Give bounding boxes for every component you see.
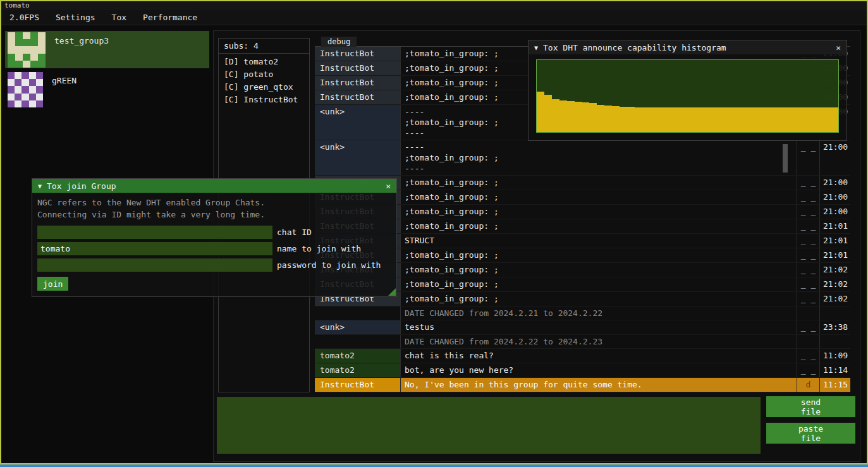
chat-message-row: tomato2bot, are you new here?_ _11:14 bbox=[315, 363, 850, 378]
message-text: ;tomato_in_group: ; bbox=[401, 292, 797, 306]
join-name-input[interactable] bbox=[37, 242, 272, 255]
message-sender: <unk> bbox=[315, 105, 401, 140]
histogram-bin bbox=[725, 107, 733, 132]
close-icon[interactable]: × bbox=[386, 181, 391, 191]
histogram-bin bbox=[755, 107, 763, 132]
message-time: 21:02 bbox=[819, 277, 850, 291]
histogram-bin bbox=[793, 107, 800, 132]
histogram-bin bbox=[800, 107, 808, 132]
chat-message-row: <unk>testus_ _23:38 bbox=[315, 320, 850, 335]
menu-item-tox[interactable]: Tox bbox=[104, 10, 135, 25]
join-password-label: password to join with bbox=[277, 260, 381, 270]
contact-test-group3[interactable]: test_group3 bbox=[5, 31, 209, 68]
dht-histogram-titlebar[interactable]: ▼ Tox DHT announce capability histogram … bbox=[529, 40, 847, 54]
send-file-label-line1: send bbox=[801, 397, 821, 407]
histogram-bin bbox=[687, 107, 695, 132]
collapse-icon[interactable]: ▼ bbox=[534, 44, 538, 51]
message-text: ;tomato_in_group: ; bbox=[401, 176, 797, 190]
message-sender: tomato2 bbox=[315, 363, 401, 377]
date-changed-text: DATE CHANGED from 2024.2.21 to 2024.2.22 bbox=[401, 306, 797, 320]
paste-file-button[interactable]: paste file bbox=[766, 423, 855, 444]
histogram-bin bbox=[733, 107, 740, 132]
message-time: 21:02 bbox=[819, 263, 850, 277]
menu-item-settings[interactable]: Settings bbox=[47, 10, 104, 25]
date-changed-text: DATE CHANGED from 2024.2.22 to 2024.2.23 bbox=[401, 335, 797, 348]
member-tomato2[interactable]: [D] tomato2 bbox=[219, 56, 309, 68]
message-status: d bbox=[797, 378, 819, 392]
message-text: ;tomato_in_group: ; bbox=[401, 248, 797, 262]
histogram-bin bbox=[763, 107, 771, 132]
join-group-titlebar[interactable]: ▼ Tox join Group × bbox=[32, 179, 396, 193]
message-time: 11:14 bbox=[819, 363, 850, 377]
close-icon[interactable]: × bbox=[836, 43, 841, 52]
collapse-icon[interactable]: ▼ bbox=[38, 183, 42, 190]
histogram-bin bbox=[559, 100, 567, 132]
menu-item-performance[interactable]: Performance bbox=[135, 10, 205, 25]
message-time: 21:00 bbox=[819, 190, 850, 204]
histogram-bin bbox=[537, 92, 544, 132]
member-green-qtox[interactable]: [C] green_qtox bbox=[219, 81, 309, 94]
message-time: 21:01 bbox=[819, 248, 850, 262]
message-status: _ _ bbox=[797, 205, 819, 219]
contact-green[interactable]: gREEN bbox=[5, 71, 209, 108]
message-time: 21:01 bbox=[819, 234, 850, 248]
join-fields: chat IDname to join withpassword to join… bbox=[37, 226, 391, 272]
histogram-bin bbox=[612, 106, 620, 132]
chat-id-label: chat ID bbox=[277, 227, 312, 237]
members-count-header: subs: 4 bbox=[219, 39, 309, 54]
message-status: _ _ bbox=[797, 140, 819, 175]
message-sender: <unk> bbox=[315, 140, 401, 175]
message-text: No, I've been in this group for quite so… bbox=[401, 378, 797, 392]
message-sender: InstructBot bbox=[315, 76, 401, 90]
message-time: 21:01 bbox=[819, 219, 850, 233]
histogram-bin bbox=[785, 107, 793, 132]
chat-message-row: InstructBotNo, I've been in this group f… bbox=[315, 378, 850, 392]
message-time: 11:09 bbox=[819, 349, 850, 363]
histogram-bin bbox=[589, 103, 597, 132]
contact-avatar-icon bbox=[8, 72, 43, 107]
paste-file-label-line1: paste bbox=[798, 424, 823, 434]
chat-input[interactable] bbox=[217, 397, 761, 454]
send-file-button[interactable]: send file bbox=[766, 396, 855, 417]
chat-id-input[interactable] bbox=[37, 226, 272, 239]
message-text: ----;tomato_in_group: ;---- bbox=[401, 140, 797, 175]
histogram-bin bbox=[816, 107, 823, 132]
histogram-bin bbox=[665, 107, 673, 132]
join-button[interactable]: join bbox=[37, 277, 68, 291]
send-file-label-line2: file bbox=[801, 407, 821, 416]
message-text: bot, are you new here? bbox=[401, 363, 797, 377]
histogram-bin bbox=[823, 107, 831, 132]
chat-scrollbar-thumb[interactable] bbox=[783, 144, 788, 173]
message-time: 11:15 bbox=[819, 378, 850, 392]
field-row-chat-id: chat ID bbox=[37, 226, 391, 239]
message-status: _ _ bbox=[797, 349, 819, 363]
histogram-bin bbox=[718, 107, 725, 132]
field-row-join-name: name to join with bbox=[37, 242, 391, 255]
message-time: 21:00 bbox=[819, 140, 850, 175]
join-info-line2: Connecting via ID might take a very long… bbox=[37, 209, 391, 221]
join-password-input[interactable] bbox=[37, 258, 272, 272]
histogram-bin bbox=[710, 107, 718, 132]
message-text: ;tomato_in_group: ; bbox=[401, 190, 797, 204]
resize-grip[interactable] bbox=[388, 288, 396, 296]
tab-debug[interactable]: debug bbox=[321, 37, 357, 47]
message-text: ;tomato_in_group: ; bbox=[401, 263, 797, 277]
histogram-bin bbox=[582, 102, 590, 132]
paste-file-label-line2: file bbox=[801, 434, 821, 443]
join-group-title: Tox join Group bbox=[47, 181, 116, 191]
histogram-bin bbox=[575, 102, 582, 132]
histogram-bin bbox=[620, 107, 627, 132]
message-text: testus bbox=[401, 320, 797, 334]
app-window: tomato 2.0FPSSettingsToxPerformance test… bbox=[0, 0, 868, 464]
join-info-line1: NGC refers to the New DHT enabled Group … bbox=[37, 197, 391, 209]
window-title: tomato bbox=[4, 1, 30, 9]
histogram-bin bbox=[680, 107, 688, 132]
histogram-bin bbox=[552, 99, 559, 132]
message-status: _ _ bbox=[797, 219, 819, 233]
message-time: 21:00 bbox=[819, 205, 850, 219]
message-text: ;tomato_in_group: ; bbox=[401, 205, 797, 219]
member-potato[interactable]: [C] potato bbox=[219, 68, 309, 81]
window-titlebar[interactable]: tomato bbox=[1, 1, 867, 10]
member-instructbot[interactable]: [C] InstructBot bbox=[219, 94, 309, 106]
histogram-bin bbox=[740, 107, 748, 132]
